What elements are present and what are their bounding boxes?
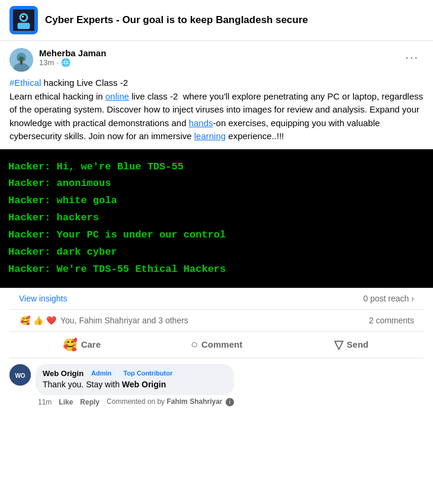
terminal-line-4: Hacker: hackers [8, 210, 425, 227]
commented-by-label: Commented on by [107, 397, 165, 406]
terminal-image: Hacker: Hi, we're Blue TDS-55 Hacker: an… [0, 149, 433, 288]
care-button[interactable]: 🥰 Care [14, 333, 149, 357]
action-buttons: 🥰 Care ○ Comment ▽ Send [9, 332, 424, 358]
like-button[interactable]: Like [59, 398, 73, 406]
svg-point-4 [22, 16, 24, 18]
send-button[interactable]: ▽ Send [284, 333, 419, 357]
send-icon: ▽ [334, 338, 343, 352]
admin-badge: Admin [87, 369, 116, 377]
reaction-like: 👍 [32, 314, 44, 326]
page-header: Cyber Experts - Our goal is to keep Bang… [0, 0, 433, 41]
view-insights-button[interactable]: View insights [19, 294, 67, 303]
commenter-name: Web Origin [43, 369, 84, 378]
post-time: 13m [39, 58, 54, 67]
terminal-line-2: Hacker: anonimous [8, 175, 425, 192]
reach-label: 0 post reach [363, 294, 409, 303]
post: Meherba Jaman 13m · 🌐 ··· #Ethical hacki… [0, 41, 433, 358]
hashtag: #Ethical [9, 78, 41, 88]
reactions-text: You, Fahim Shahriyar and 3 others [60, 316, 188, 325]
chevron-right-icon: › [411, 294, 414, 303]
terminal-line-7: Hacker: We're TDS-55 Ethical Hackers [8, 261, 425, 278]
comment-text-plain: Thank you. Stay with [43, 380, 122, 389]
post-meta: 13m · 🌐 [39, 58, 400, 67]
post-body-text: Learn ethical hacking in online live cla… [9, 91, 423, 142]
post-separator: · [56, 58, 59, 67]
comment-bubble: Web Origin Admin Top Contributor Thank y… [36, 364, 234, 396]
author-avatar [9, 48, 33, 72]
reaction-wow: 🥰 [19, 314, 31, 326]
comment-text: Thank you. Stay with Web Origin [43, 379, 227, 391]
terminal-line-1: Hacker: Hi, we're Blue TDS-55 [8, 159, 425, 176]
svg-rect-8 [20, 60, 23, 65]
terminal-line-5: Hacker: Your PC is under our control [8, 227, 425, 244]
info-icon[interactable]: i [226, 398, 234, 406]
commented-by: Commented on by Fahim Shahriyar i [107, 397, 234, 406]
comment-button[interactable]: ○ Comment [149, 333, 284, 356]
reaction-heart: ❤️ [45, 314, 57, 326]
svg-rect-2 [18, 23, 30, 30]
reactions-row: 🥰 👍 ❤️ You, Fahim Shahriyar and 3 others… [9, 310, 424, 332]
care-label: Care [81, 339, 101, 349]
commenter-reference: Fahim Shahriyar [166, 397, 222, 406]
comment-actions: 11m Like Reply Commented on by Fahim Sha… [38, 397, 234, 406]
terminal-line-3: Hacker: white gola [8, 192, 425, 210]
care-icon: 🥰 [63, 338, 78, 352]
post-privacy-icon: 🌐 [61, 58, 70, 67]
terminal-line-6: Hacker: dark cyber [8, 244, 425, 261]
post-title-text: hacking Live Class -2 [44, 78, 129, 88]
contributor-badge: Top Contributor [119, 369, 177, 377]
insights-bar: View insights 0 post reach › [9, 288, 424, 310]
post-reach[interactable]: 0 post reach › [363, 294, 414, 303]
post-text: #Ethical hacking Live Class -2 Learn eth… [9, 76, 424, 143]
author-name: Meherba Jaman [39, 48, 400, 58]
svg-text:WO: WO [15, 373, 25, 379]
comment-author-badges: Web Origin Admin Top Contributor [43, 369, 227, 378]
reactions-icons[interactable]: 🥰 👍 ❤️ You, Fahim Shahriyar and 3 others [19, 314, 188, 326]
more-options-button[interactable]: ··· [400, 48, 424, 66]
reply-button[interactable]: Reply [80, 398, 100, 406]
comment-text-bold: Web Origin [122, 380, 166, 389]
page-title: Cyber Experts - Our goal is to keep Bang… [45, 14, 424, 26]
page-avatar [9, 6, 38, 34]
comments-count[interactable]: 2 comments [369, 316, 414, 325]
comment-item: WO Web Origin Admin Top Contributor Than… [9, 364, 424, 406]
post-author-row: Meherba Jaman 13m · 🌐 ··· [9, 48, 424, 72]
svg-point-3 [21, 15, 27, 20]
commenter-avatar: WO [9, 364, 31, 386]
comments-section: WO Web Origin Admin Top Contributor Than… [0, 358, 433, 412]
comment-label: Comment [201, 339, 242, 349]
comment-time: 11m [38, 398, 52, 406]
author-info: Meherba Jaman 13m · 🌐 [39, 48, 400, 67]
comment-content: Web Origin Admin Top Contributor Thank y… [36, 364, 234, 406]
send-label: Send [347, 339, 368, 349]
comment-icon: ○ [191, 338, 198, 351]
